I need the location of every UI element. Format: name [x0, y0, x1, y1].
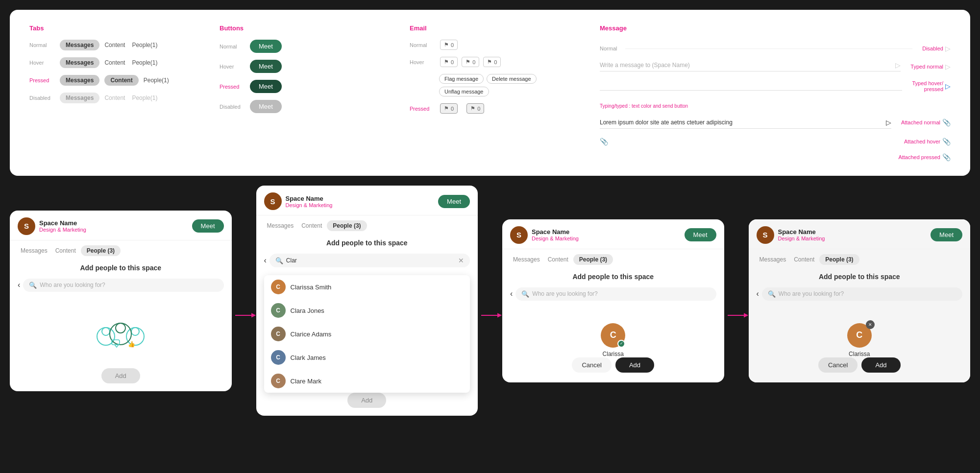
search-input-4[interactable]: [779, 290, 956, 297]
msg-label-attached-normal: Attached normal: [901, 119, 940, 125]
attach-icon-hover[interactable]: 📎: [942, 138, 951, 145]
arrow-line-1: ▶: [235, 315, 253, 316]
add-btn-1[interactable]: Add: [101, 368, 140, 383]
tab-state-disabled: Disabled: [29, 95, 55, 101]
ptab-content-2[interactable]: Content: [298, 220, 325, 231]
cancel-btn-4[interactable]: Cancel: [818, 357, 858, 373]
search-back-1[interactable]: ‹: [18, 281, 20, 289]
msg-input-hover: [600, 82, 902, 91]
search-back-2[interactable]: ‹: [264, 256, 267, 265]
ptab-content-4[interactable]: Content: [791, 254, 817, 265]
email-flag-pressed-2[interactable]: ⚑ 0: [466, 103, 484, 114]
panel-card-4: S Space Name Design & Marketing Meet Mes…: [749, 219, 971, 382]
ptab-people-1[interactable]: People (3): [81, 245, 121, 256]
tab-people-hover[interactable]: People(1): [132, 59, 157, 66]
remove-badge-4[interactable]: ✕: [866, 320, 875, 329]
ptab-content-3[interactable]: Content: [545, 254, 571, 265]
person-avatar-clare: C: [271, 374, 286, 388]
ptab-people-4[interactable]: People (3): [819, 254, 859, 265]
tab-content-normal[interactable]: Content: [104, 42, 125, 48]
flag-icon-p1: ⚑: [444, 105, 449, 112]
msg-label-hover: Typed hover/pressed: [912, 80, 943, 92]
add-people-title-3: Add people to this space: [572, 273, 654, 281]
add-people-title-4: Add people to this space: [819, 273, 900, 281]
dropdown-item-clarice[interactable]: C Clarice Adams: [264, 322, 470, 346]
add-active-btn-3[interactable]: Add: [615, 357, 654, 373]
person-name-clarissa: Clarissa Smith: [291, 284, 332, 291]
dropdown-item-clarissa[interactable]: C Clarissa Smith: [264, 275, 470, 299]
meet-button-pressed[interactable]: Meet: [250, 80, 282, 93]
ptab-content-1[interactable]: Content: [52, 245, 79, 256]
send-icon-long[interactable]: ▷: [886, 118, 891, 126]
attach-icon-normal[interactable]: 📎: [942, 118, 951, 126]
msg-attached-pressed-row: Attached pressed 📎: [600, 153, 951, 161]
email-flag-hover-2[interactable]: ⚑ 0: [462, 57, 479, 67]
send-icon-hover-right[interactable]: ▷: [945, 82, 951, 90]
search-input-1[interactable]: [40, 282, 218, 288]
arrow-head-1: ▶: [251, 311, 256, 318]
flag-icon-h2: ⚑: [466, 59, 470, 65]
meet-btn-2[interactable]: Meet: [438, 195, 470, 208]
ptab-messages-2[interactable]: Messages: [264, 220, 297, 231]
tab-people-disabled: People(1): [132, 95, 157, 101]
email-flag-hover-3[interactable]: ⚑ 0: [483, 57, 501, 67]
tab-row-hover: Hover Messages Content People(1): [29, 57, 205, 68]
search-row-4: ‹ 🔍: [757, 287, 963, 301]
email-action-btns: Flag message Delete message Unflag messa…: [439, 74, 585, 96]
tab-state-normal: Normal: [29, 42, 55, 48]
attach-icon-pressed[interactable]: 📎: [942, 153, 951, 161]
search-input-3[interactable]: [532, 290, 710, 297]
panel-wrapper-2: S Space Name Design & Marketing Meet Mes…: [256, 186, 478, 416]
panel-tabs-3: Messages Content People (3): [502, 249, 724, 265]
tab-content-pressed[interactable]: Content: [104, 75, 138, 86]
email-flag-pressed-1[interactable]: ⚑ 0: [440, 103, 458, 114]
meet-button-normal[interactable]: Meet: [250, 40, 282, 53]
attach-icon-left[interactable]: 📎: [600, 138, 608, 145]
ptab-messages-3[interactable]: Messages: [510, 254, 543, 265]
search-back-4[interactable]: ‹: [757, 289, 759, 298]
clear-btn-2[interactable]: ✕: [458, 257, 464, 264]
email-state-hover: Hover: [410, 59, 435, 65]
selected-avatar-wrapper-4: C ✕: [847, 323, 872, 348]
msg-input-long: Lorem ipsum dolor site ate aetns ctetuer…: [600, 118, 891, 129]
ptab-messages-1[interactable]: Messages: [18, 245, 50, 256]
dropdown-item-clara[interactable]: C Clara Jones: [264, 299, 470, 322]
ptab-people-2[interactable]: People (3): [327, 220, 367, 231]
add-btn-2[interactable]: Add: [347, 393, 386, 408]
panel-card-2: S Space Name Design & Marketing Meet Mes…: [256, 186, 478, 416]
msg-label-disabled: Disabled: [922, 46, 943, 51]
tab-people-pressed[interactable]: People(1): [144, 77, 169, 84]
msg-long-right: Attached normal 📎: [901, 118, 951, 126]
msg-row-typed-normal: Write a message to (Space Name) ▷ Typed …: [600, 61, 951, 71]
meet-button-hover[interactable]: Meet: [250, 60, 282, 73]
send-icon-typed[interactable]: ▷: [895, 61, 901, 69]
panel-tabs-1: Messages Content People (3): [10, 240, 232, 256]
ptab-people-3[interactable]: People (3): [573, 254, 613, 265]
search-back-3[interactable]: ‹: [510, 289, 513, 298]
search-input-2[interactable]: [286, 257, 455, 264]
tab-content-hover[interactable]: Content: [104, 59, 125, 66]
meet-btn-1[interactable]: Meet: [192, 219, 224, 233]
tab-messages-pressed[interactable]: Messages: [60, 75, 99, 86]
tab-people-normal[interactable]: People(1): [132, 42, 157, 48]
panel-wrapper-4: S Space Name Design & Marketing Meet Mes…: [749, 219, 971, 382]
ptab-messages-4[interactable]: Messages: [757, 254, 789, 265]
dropdown-item-clare[interactable]: C Clare Mark: [264, 369, 470, 393]
meet-btn-4[interactable]: Meet: [931, 228, 962, 241]
panel-space-info-2: S Space Name Design & Marketing: [264, 192, 333, 210]
panel-card-1: S Space Name Design & Marketing Meet Mes…: [10, 211, 232, 391]
tab-messages-normal[interactable]: Messages: [60, 40, 99, 50]
person-name-clare: Clare Mark: [291, 378, 322, 385]
flag-message-btn[interactable]: Flag message: [439, 74, 484, 84]
email-flag-hover-1[interactable]: ⚑ 0: [440, 57, 458, 67]
panel-card-3: S Space Name Design & Marketing Meet Mes…: [502, 219, 724, 382]
dropdown-item-clark[interactable]: C Clark James: [264, 346, 470, 369]
panel-wrapper-3: S Space Name Design & Marketing Meet Mes…: [502, 219, 724, 382]
meet-btn-3[interactable]: Meet: [685, 228, 716, 241]
cancel-btn-3[interactable]: Cancel: [572, 357, 611, 373]
email-flag-normal[interactable]: ⚑ 0: [440, 40, 458, 50]
add-active-btn-4[interactable]: Add: [861, 357, 900, 373]
unflag-message-btn[interactable]: Unflag message: [439, 87, 489, 96]
delete-message-btn[interactable]: Delete message: [487, 74, 537, 84]
tab-messages-hover[interactable]: Messages: [60, 57, 99, 68]
